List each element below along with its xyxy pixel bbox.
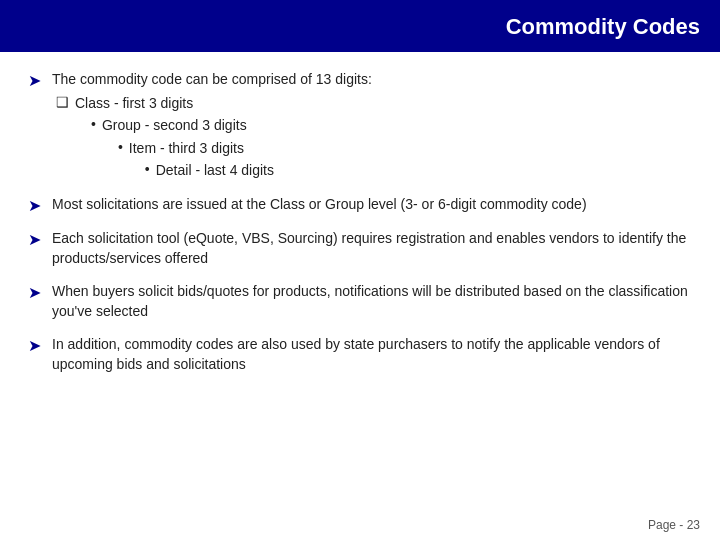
sub-item-class: ❑ Class - first 3 digits • Group - secon… — [56, 94, 372, 181]
detail-list: • Detail - last 4 digits — [129, 161, 274, 181]
item-marker: • — [118, 139, 123, 155]
class-marker: ❑ — [56, 94, 69, 110]
bullet-5-text: In addition, commodity codes are also us… — [52, 335, 692, 374]
slide-content: ➤ The commodity code can be comprised of… — [0, 52, 720, 514]
item-text: Item - third 3 digits — [129, 140, 244, 156]
bullet-4-text: When buyers solicit bids/quotes for prod… — [52, 282, 692, 321]
slide-footer: Page - 23 — [0, 514, 720, 540]
bullet-1-body: The commodity code can be comprised of 1… — [52, 70, 372, 181]
bullet-4: ➤ When buyers solicit bids/quotes for pr… — [28, 282, 692, 321]
group-text: Group - second 3 digits — [102, 117, 247, 133]
arrow-icon-1: ➤ — [28, 71, 44, 90]
sub-item-item: • Item - third 3 digits • Detail — [118, 139, 274, 181]
class-body: Class - first 3 digits • Group - second … — [75, 94, 274, 181]
group-body: Group - second 3 digits • Item - third 3… — [102, 116, 274, 181]
item-list: • Item - third 3 digits • Detail — [102, 139, 274, 181]
bullet-2-text: Most solicitations are issued at the Cla… — [52, 195, 587, 215]
arrow-icon-4: ➤ — [28, 283, 44, 302]
class-text: Class - first 3 digits — [75, 95, 193, 111]
bullet-1-text: The commodity code can be comprised of 1… — [52, 71, 372, 87]
page-number: Page - 23 — [648, 518, 700, 532]
bullet-5: ➤ In addition, commodity codes are also … — [28, 335, 692, 374]
bullet-3-text: Each solicitation tool (eQuote, VBS, Sou… — [52, 229, 692, 268]
slide: Commodity Codes ➤ The commodity code can… — [0, 0, 720, 540]
slide-header: Commodity Codes — [0, 0, 720, 52]
arrow-icon-2: ➤ — [28, 196, 44, 215]
detail-text: Detail - last 4 digits — [156, 161, 274, 181]
detail-marker: • — [145, 161, 150, 177]
sub-item-group: • Group - second 3 digits • Item - third… — [91, 116, 274, 181]
item-body: Item - third 3 digits • Detail - last 4 … — [129, 139, 274, 181]
bullet-2: ➤ Most solicitations are issued at the C… — [28, 195, 692, 215]
slide-title: Commodity Codes — [506, 14, 700, 39]
arrow-icon-5: ➤ — [28, 336, 44, 355]
arrow-icon-3: ➤ — [28, 230, 44, 249]
sub-item-detail: • Detail - last 4 digits — [145, 161, 274, 181]
bullet-3: ➤ Each solicitation tool (eQuote, VBS, S… — [28, 229, 692, 268]
group-marker: • — [91, 116, 96, 132]
bullet-1-sublist: ❑ Class - first 3 digits • Group - secon… — [52, 94, 372, 181]
group-list: • Group - second 3 digits • Item - third… — [75, 116, 274, 181]
bullet-1: ➤ The commodity code can be comprised of… — [28, 70, 692, 181]
